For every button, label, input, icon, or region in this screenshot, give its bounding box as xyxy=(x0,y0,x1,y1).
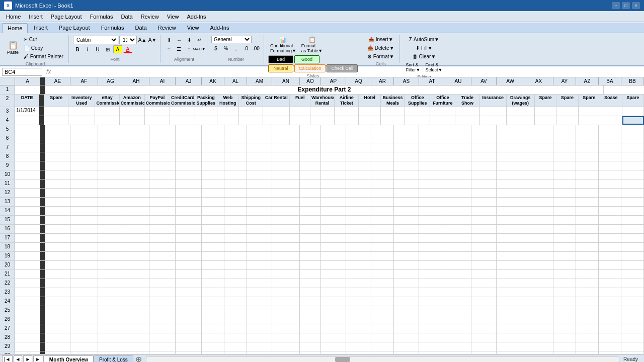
cell-20-0[interactable] xyxy=(15,261,40,269)
insert-cells-btn[interactable]: 📥 Insert▼ xyxy=(366,36,395,43)
cell-24-18[interactable] xyxy=(445,297,471,306)
cell-av4[interactable] xyxy=(455,116,479,125)
cell-13-14[interactable] xyxy=(346,198,371,206)
cell-name-input[interactable] xyxy=(2,68,42,76)
cell-22-17[interactable] xyxy=(419,279,445,288)
autosum-btn[interactable]: Σ AutoSum▼ xyxy=(407,36,441,43)
cell-ar2[interactable]: Hotel xyxy=(359,95,380,107)
cell-13-24[interactable] xyxy=(599,198,621,206)
cell-7-17[interactable] xyxy=(419,143,445,152)
sort-filter-btn[interactable]: Sort &Filter▼ xyxy=(404,61,423,73)
cell-14-23[interactable] xyxy=(576,207,599,215)
cell-15-18[interactable] xyxy=(445,216,471,224)
cell-14-13[interactable] xyxy=(321,207,346,215)
cell-9-4[interactable] xyxy=(98,161,123,170)
cell-17-16[interactable] xyxy=(394,234,419,242)
cell-10-12[interactable] xyxy=(300,170,321,179)
cell-7-2[interactable] xyxy=(45,143,70,152)
cell-ap3[interactable] xyxy=(310,107,335,116)
row-num-20[interactable]: 20 xyxy=(0,261,15,269)
cell-19-13[interactable] xyxy=(321,252,346,260)
cell-24-5[interactable] xyxy=(123,297,149,306)
cell-bb4[interactable] xyxy=(600,116,622,125)
col-header-ad[interactable] xyxy=(40,77,45,85)
cell-28-16[interactable] xyxy=(394,333,419,342)
cell-18-17[interactable] xyxy=(419,243,445,251)
cell-at3[interactable] xyxy=(405,107,430,116)
cell-18-16[interactable] xyxy=(394,243,419,251)
cell-14-15[interactable] xyxy=(371,207,394,215)
cell-16-6[interactable] xyxy=(149,225,176,233)
cell-5-8[interactable] xyxy=(202,125,224,134)
cell-20-22[interactable] xyxy=(553,261,576,269)
cell-15-3[interactable] xyxy=(70,216,98,224)
cell-26-17[interactable] xyxy=(419,315,445,324)
cell-13-0[interactable] xyxy=(15,198,40,206)
cell-8-5[interactable] xyxy=(123,152,149,161)
cell-9-25[interactable] xyxy=(621,161,644,170)
cell-9-5[interactable] xyxy=(123,161,149,170)
cell-5-10[interactable] xyxy=(247,125,272,134)
cell-5-14[interactable] xyxy=(346,125,371,134)
cell-24-4[interactable] xyxy=(98,297,123,306)
cell-8-19[interactable] xyxy=(471,152,497,161)
cell-ae4[interactable] xyxy=(44,116,68,125)
cell-19-20[interactable] xyxy=(497,252,524,260)
cell-18-20[interactable] xyxy=(497,243,524,251)
cell-7-6[interactable] xyxy=(149,143,176,152)
cell-17-19[interactable] xyxy=(471,234,497,242)
cell-11-25[interactable] xyxy=(621,179,644,188)
cell-14-19[interactable] xyxy=(471,207,497,215)
cell-23-0[interactable] xyxy=(15,288,40,297)
cell-ai3[interactable] xyxy=(145,107,170,116)
cell-23-11[interactable] xyxy=(272,288,300,297)
cell-18-6[interactable] xyxy=(149,243,176,251)
cell-17-10[interactable] xyxy=(247,234,272,242)
cell-14-5[interactable] xyxy=(123,207,149,215)
cell-23-16[interactable] xyxy=(394,288,419,297)
cell-30-12[interactable] xyxy=(300,351,321,354)
cell-7-8[interactable] xyxy=(202,143,224,152)
cell-25-10[interactable] xyxy=(247,306,272,315)
menu-insert[interactable]: Insert xyxy=(25,13,47,21)
cell-15-22[interactable] xyxy=(553,216,576,224)
cell-6-13[interactable] xyxy=(321,134,346,143)
cell-28-3[interactable] xyxy=(70,333,98,342)
cell-16-1[interactable] xyxy=(40,225,45,233)
cell-27-1[interactable] xyxy=(40,324,45,333)
cell-26-12[interactable] xyxy=(300,315,321,324)
cell-aj4[interactable] xyxy=(170,116,195,125)
cell-13-20[interactable] xyxy=(497,198,524,206)
cell-20-11[interactable] xyxy=(272,261,300,269)
cell-22-11[interactable] xyxy=(272,279,300,288)
col-header-a[interactable]: A xyxy=(15,77,40,85)
col-header-az[interactable]: AZ xyxy=(576,77,599,85)
cell-30-6[interactable] xyxy=(149,351,176,354)
sheet-tab-profit-loss[interactable]: Profit & Loss xyxy=(94,355,133,363)
cell-bc2[interactable]: Spare xyxy=(622,95,644,107)
cell-25-20[interactable] xyxy=(497,306,524,315)
cell-15-0[interactable] xyxy=(15,216,40,224)
cell-15-20[interactable] xyxy=(497,216,524,224)
cell-ag4[interactable] xyxy=(95,116,119,125)
cell-12-2[interactable] xyxy=(45,189,70,197)
cell-21-23[interactable] xyxy=(576,270,599,279)
cell-22-19[interactable] xyxy=(471,279,497,288)
cell-24-17[interactable] xyxy=(419,297,445,306)
cell-25-17[interactable] xyxy=(419,306,445,315)
cell-5-20[interactable] xyxy=(497,125,524,134)
cell-24-2[interactable] xyxy=(45,297,70,306)
cell-16-23[interactable] xyxy=(576,225,599,233)
align-center-btn[interactable]: ☰ xyxy=(175,45,184,53)
cell-14-16[interactable] xyxy=(394,207,419,215)
cell-29-24[interactable] xyxy=(599,342,621,351)
cell-15-24[interactable] xyxy=(599,216,621,224)
cell-11-20[interactable] xyxy=(497,179,524,188)
menu-data[interactable]: Data xyxy=(117,13,136,21)
row-num-11[interactable]: 11 xyxy=(0,179,15,188)
cell-5-19[interactable] xyxy=(471,125,497,134)
cell-8-0[interactable] xyxy=(15,152,40,161)
cell-ai2[interactable]: PayPal Commission xyxy=(145,95,170,107)
cell-ay4[interactable] xyxy=(535,116,556,125)
row-num-24[interactable]: 24 xyxy=(0,297,15,306)
